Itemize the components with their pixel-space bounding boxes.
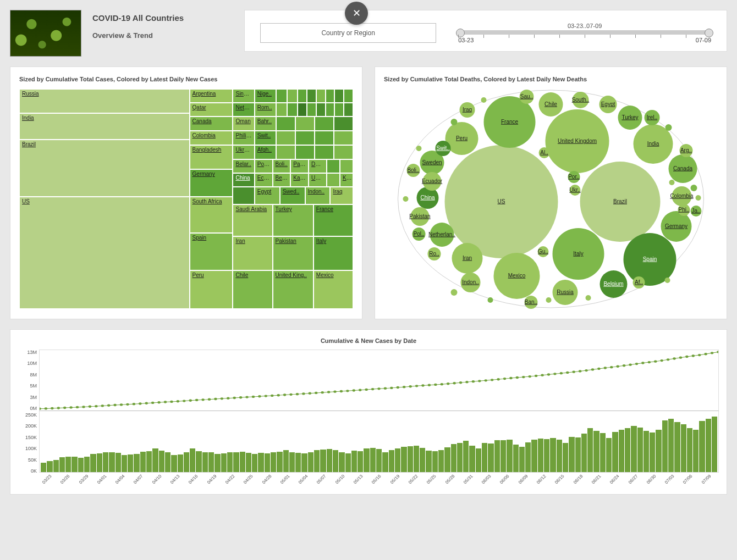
bar[interactable]: [227, 452, 233, 472]
bar[interactable]: [395, 448, 400, 472]
treemap-cell-romania[interactable]: Rom..: [255, 103, 276, 117]
bar[interactable]: [587, 428, 593, 472]
treemap-cell-chile[interactable]: Chile: [233, 270, 272, 309]
treemap-cell-kazakhstan[interactable]: Kaz..: [290, 173, 309, 187]
bar[interactable]: [544, 439, 549, 472]
bar[interactable]: [463, 441, 469, 472]
bar[interactable]: [525, 442, 531, 472]
bar[interactable]: [631, 426, 636, 472]
close-icon[interactable]: ✕: [345, 2, 368, 25]
bar[interactable]: [668, 419, 674, 472]
bar[interactable]: [569, 437, 574, 472]
bar[interactable]: [538, 439, 543, 472]
treemap-cell-kuwait[interactable]: Kuw..: [340, 173, 353, 187]
treemap-cell-switzerland[interactable]: Swit..: [255, 131, 276, 145]
bar[interactable]: [370, 448, 376, 472]
bar[interactable]: [619, 430, 624, 472]
bar[interactable]: [265, 453, 270, 472]
treemap-cell-afghanistan[interactable]: Afgh..: [255, 145, 276, 159]
bar[interactable]: [593, 431, 599, 472]
bar[interactable]: [246, 453, 251, 472]
treemap-cell-russia[interactable]: Russia: [19, 89, 190, 113]
bar[interactable]: [358, 451, 363, 472]
treemap-cell-panama[interactable]: Pan..: [290, 159, 309, 173]
bar[interactable]: [295, 453, 301, 472]
bar[interactable]: [165, 452, 170, 472]
bar[interactable]: [41, 463, 46, 472]
bar[interactable]: [414, 446, 419, 472]
bar[interactable]: [283, 450, 289, 472]
bar[interactable]: [190, 448, 195, 472]
date-range-slider[interactable]: 03-23..07-09 03-23 07-09: [458, 23, 711, 43]
treemap-cell-ukraine[interactable]: Ukraine: [233, 145, 254, 159]
bar[interactable]: [389, 450, 394, 472]
bar[interactable]: [656, 430, 661, 472]
treemap-cell-philippines[interactable]: Philip..: [233, 131, 254, 145]
treemap-cell-belarus[interactable]: Belar..: [233, 159, 254, 173]
bar[interactable]: [612, 432, 618, 472]
treemap-cell-portugal[interactable]: Port..: [255, 159, 273, 173]
bar[interactable]: [78, 458, 84, 472]
bar[interactable]: [258, 453, 263, 472]
bar[interactable]: [134, 454, 139, 472]
new-cases-bar-chart[interactable]: [39, 411, 719, 473]
treemap-cell-south-africa[interactable]: South Africa: [190, 197, 233, 233]
bar[interactable]: [606, 438, 612, 472]
bar[interactable]: [488, 443, 493, 472]
bar[interactable]: [494, 440, 500, 472]
treemap-cell-argentina[interactable]: Argentina: [190, 89, 233, 103]
bar[interactable]: [314, 450, 320, 472]
treemap-cell-ecuador[interactable]: Ecua..: [255, 173, 273, 187]
treemap-cell-indonesia[interactable]: Indon..: [305, 187, 331, 204]
bar[interactable]: [333, 450, 338, 472]
bar[interactable]: [432, 451, 438, 472]
bar[interactable]: [208, 452, 214, 472]
bar[interactable]: [519, 447, 525, 472]
bar[interactable]: [202, 452, 208, 472]
treemap-cell-india[interactable]: India: [19, 113, 190, 140]
bar[interactable]: [531, 440, 537, 472]
bar[interactable]: [693, 430, 698, 472]
bar[interactable]: [146, 451, 152, 472]
bar[interactable]: [650, 433, 655, 472]
bar[interactable]: [469, 446, 475, 472]
treemap-cell-brazil[interactable]: Brazil: [19, 140, 190, 197]
bar[interactable]: [482, 443, 487, 472]
treemap-cell-bahrain[interactable]: Bahr..: [255, 117, 276, 131]
bar[interactable]: [507, 440, 512, 472]
bubble-chart[interactable]: US Brazil United Kingdom Italy France Sp…: [384, 89, 718, 309]
bar[interactable]: [575, 437, 581, 472]
treemap-cell-oman[interactable]: Oman: [233, 117, 254, 131]
treemap-cell-mexico[interactable]: Mexico: [314, 270, 353, 309]
bar[interactable]: [240, 452, 245, 472]
treemap-cell-us[interactable]: US: [19, 197, 190, 309]
bar[interactable]: [457, 443, 463, 472]
bar[interactable]: [681, 424, 686, 472]
treemap-cell-saudi-arabia[interactable]: Saudi Arabia: [233, 204, 272, 236]
treemap-cell-dominican[interactable]: Dom..: [309, 159, 327, 173]
bar[interactable]: [550, 438, 556, 472]
treemap-cell-iraq[interactable]: Iraq: [330, 187, 353, 204]
bar[interactable]: [171, 455, 177, 472]
treemap-cell-nigeria[interactable]: Nige..: [255, 89, 276, 103]
bar[interactable]: [581, 434, 587, 472]
bar[interactable]: [501, 440, 506, 472]
bar[interactable]: [426, 451, 431, 472]
bar[interactable]: [706, 419, 711, 472]
bar[interactable]: [674, 422, 680, 472]
bar[interactable]: [408, 446, 413, 472]
bar[interactable]: [301, 453, 307, 472]
bar[interactable]: [699, 421, 705, 472]
treemap-cell-singapore[interactable]: Singa..: [233, 89, 254, 103]
bar[interactable]: [221, 453, 227, 472]
treemap-cell-belgium[interactable]: Belgi..: [273, 173, 291, 187]
bar[interactable]: [59, 457, 65, 472]
bar[interactable]: [557, 440, 562, 472]
bar[interactable]: [184, 452, 189, 472]
treemap-cell-italy[interactable]: Italy: [314, 236, 353, 270]
treemap-cell-china[interactable]: China: [233, 173, 254, 187]
treemap-cell-pakistan[interactable]: Pakistan: [273, 236, 314, 270]
treemap-cell-sweden[interactable]: Swed..: [280, 187, 305, 204]
treemap-cell-colombia[interactable]: Colombia: [190, 131, 233, 145]
bar[interactable]: [376, 449, 382, 472]
